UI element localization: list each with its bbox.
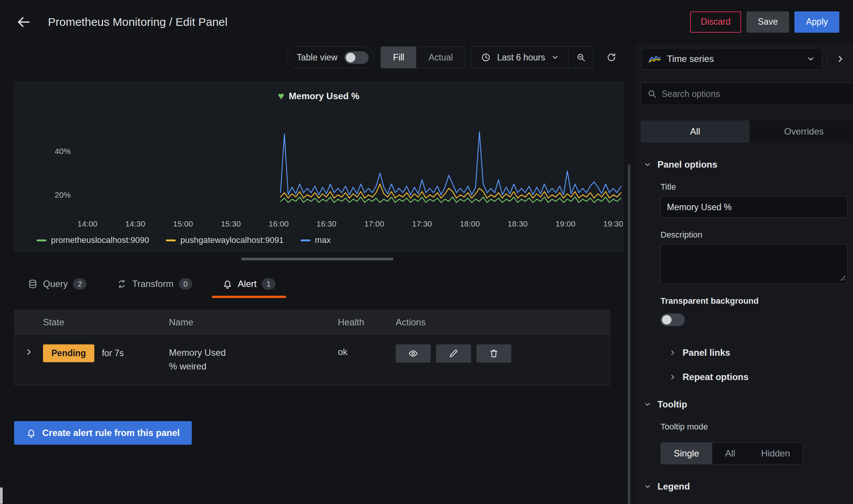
legend-item-pushgateway[interactable]: pushgatewaylocalhost:9091 <box>166 235 284 245</box>
svg-text:17:00: 17:00 <box>364 219 384 228</box>
transparent-toggle-wrap <box>660 314 853 328</box>
chart-legend: prometheuslocalhost:9090 pushgatewayloca… <box>14 232 623 249</box>
tooltip-section-header[interactable]: Tooltip <box>635 399 853 410</box>
tooltip-mode-all[interactable]: All <box>712 443 748 464</box>
view-rule-button[interactable] <box>396 344 431 363</box>
edit-tabs: Query 2 Transform 0 Alert 1 <box>17 270 286 298</box>
table-view-switch[interactable] <box>344 51 369 64</box>
section-title: Panel links <box>683 347 730 358</box>
tab-label: Transform <box>132 279 173 289</box>
actions-cell <box>396 344 610 373</box>
chevron-down-icon <box>807 55 815 63</box>
tab-transform[interactable]: Transform 0 <box>106 270 203 298</box>
database-icon <box>28 279 38 289</box>
description-label: Description <box>660 230 853 240</box>
table-view-toggle[interactable]: Table view <box>286 46 374 68</box>
apply-button[interactable]: Apply <box>794 11 839 33</box>
tooltip-mode-single[interactable]: Single <box>661 443 712 464</box>
actual-option[interactable]: Actual <box>416 47 465 68</box>
options-tab-all[interactable]: All <box>641 120 750 143</box>
page-scrollbar-fragment[interactable] <box>0 487 3 504</box>
discard-button[interactable]: Discard <box>690 11 741 33</box>
rule-health: ok <box>338 344 396 373</box>
refresh-button[interactable] <box>600 46 623 68</box>
expand-row-button[interactable] <box>14 344 43 373</box>
search-icon <box>647 89 657 99</box>
arrow-left-icon <box>16 14 32 30</box>
legend-item-prometheus[interactable]: prometheuslocalhost:9090 <box>37 235 149 245</box>
chevron-down-icon <box>644 401 651 408</box>
chart-panel: ♥ Memory Used % 14:0014:3015:0015:3016:0… <box>14 82 623 252</box>
title-label: Title <box>660 182 853 192</box>
svg-text:19:30: 19:30 <box>603 219 623 228</box>
svg-text:18:00: 18:00 <box>460 219 480 228</box>
transparent-background-toggle[interactable] <box>660 314 685 326</box>
time-range-picker[interactable]: Last 6 hours <box>471 46 568 68</box>
tab-alert[interactable]: Alert 1 <box>212 270 286 298</box>
chevron-right-icon <box>669 349 676 357</box>
tab-query-badge: 2 <box>73 278 86 290</box>
fill-actual-group: Fill Actual <box>380 46 465 68</box>
timeseries-chart[interactable]: 14:0014:3015:0015:3016:0016:3017:0017:30… <box>14 106 623 232</box>
legend-item-max[interactable]: max <box>301 235 331 245</box>
eye-icon <box>408 349 418 358</box>
zoom-out-button[interactable] <box>568 46 594 68</box>
create-alert-rule-button[interactable]: Create alert rule from this panel <box>14 421 192 445</box>
section-title: Tooltip <box>657 399 687 410</box>
health-heart-icon: ♥ <box>278 91 284 101</box>
panel-options-section-header[interactable]: Panel options <box>635 159 853 170</box>
options-search-input[interactable] <box>662 89 850 99</box>
svg-text:15:30: 15:30 <box>221 219 240 228</box>
back-button[interactable] <box>13 11 34 33</box>
timeseries-icon <box>649 54 661 63</box>
options-sidebar: Time series All Overrides Panel options … <box>635 44 853 504</box>
state-cell: Pending for 7s <box>43 344 169 373</box>
magnifier-minus-icon <box>576 52 586 62</box>
svg-text:17:30: 17:30 <box>412 219 432 228</box>
visualization-picker[interactable]: Time series <box>641 48 822 70</box>
transform-icon <box>117 279 127 289</box>
clock-icon <box>481 52 491 62</box>
column-name: Name <box>169 317 338 328</box>
collapse-options-button[interactable] <box>832 50 849 68</box>
visualization-row: Time series <box>635 45 853 73</box>
pencil-icon <box>449 349 458 358</box>
tab-alert-badge: 1 <box>262 278 275 290</box>
edit-rule-button[interactable] <box>436 344 471 363</box>
legend-swatch-green <box>37 239 46 241</box>
delete-rule-button[interactable] <box>476 344 511 363</box>
fill-option[interactable]: Fill <box>381 47 416 68</box>
panel-title-input[interactable] <box>660 197 848 218</box>
panel-links-section-header[interactable]: Panel links <box>669 347 853 358</box>
legend-label: max <box>315 235 331 245</box>
tab-query[interactable]: Query 2 <box>17 270 97 298</box>
svg-text:19:00: 19:00 <box>555 219 575 228</box>
time-controls: Last 6 hours <box>471 46 594 68</box>
tooltip-mode-group: Single All Hidden <box>660 442 803 464</box>
legend-swatch-blue <box>301 239 310 241</box>
svg-text:15:00: 15:00 <box>173 219 193 228</box>
repeat-options-section-header[interactable]: Repeat options <box>669 372 853 382</box>
svg-text:40%: 40% <box>55 147 71 155</box>
legend-section-header[interactable]: Legend <box>635 481 853 492</box>
alert-rules-table: State Name Health Actions Pending for 7s… <box>14 310 610 385</box>
transparent-background-label: Transparent background <box>660 296 853 306</box>
options-search <box>641 82 853 105</box>
legend-label: pushgatewaylocalhost:9091 <box>180 235 284 245</box>
tooltip-mode-hidden[interactable]: Hidden <box>748 443 803 464</box>
column-health: Health <box>338 317 396 328</box>
section-title: Repeat options <box>683 372 748 382</box>
trash-icon <box>489 349 499 358</box>
chart-panel-title: Memory Used % <box>289 91 359 101</box>
options-tab-overrides[interactable]: Overrides <box>750 120 853 143</box>
tab-transform-badge: 0 <box>179 278 192 290</box>
save-button[interactable]: Save <box>746 11 789 33</box>
page-title: Prometheus Monitoring / Edit Panel <box>48 16 228 29</box>
chevron-down-icon <box>551 54 559 61</box>
chart-horizontal-scrollbar[interactable] <box>241 258 393 260</box>
chart-panel-header[interactable]: ♥ Memory Used % <box>14 82 623 106</box>
main-vertical-scrollbar[interactable] <box>628 164 630 504</box>
description-textarea[interactable] <box>660 244 848 284</box>
visualization-label: Time series <box>667 54 714 64</box>
resize-handle[interactable] <box>840 275 845 281</box>
